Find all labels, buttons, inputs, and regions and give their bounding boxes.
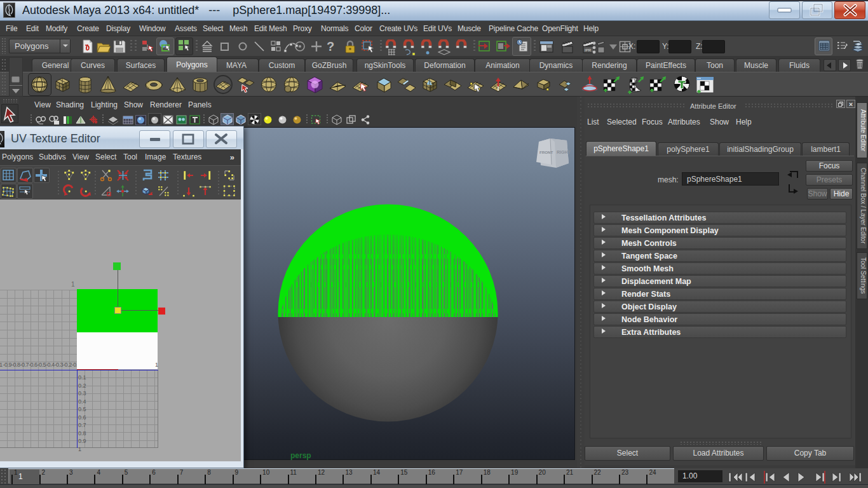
svg-text:RIGHT: RIGHT (557, 150, 571, 154)
svg-text:FRONT: FRONT (539, 150, 553, 154)
